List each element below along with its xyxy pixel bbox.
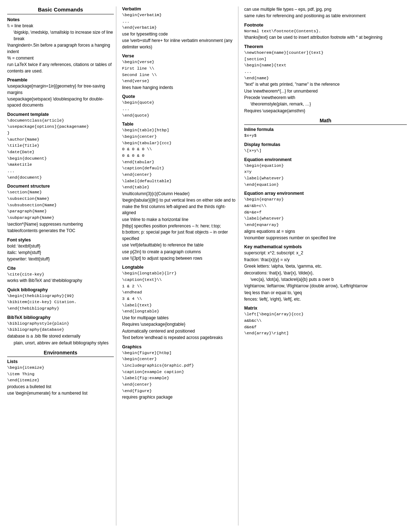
line: produces a bulleted list — [7, 384, 114, 390]
line: ... — [244, 69, 407, 75]
line: \begin{figure}[htbp] — [122, 350, 236, 356]
block-cite: Cite \cite{cite-key} works with BibTeX a… — [7, 266, 114, 284]
line: \label{whatever} — [244, 175, 407, 182]
line: \begin{center} — [122, 134, 236, 140]
line: 3 & 4 \\ — [122, 296, 236, 302]
line: \[x+y\] — [244, 148, 407, 154]
line: can use multiple file types – eps, pdf, … — [244, 6, 407, 13]
block-title-document-template: Document template — [7, 112, 114, 117]
line: \bigskip, \medskip, \smallskip to increa… — [7, 29, 114, 42]
line: % = comment — [7, 55, 114, 61]
line: \end{eqnarray} — [244, 222, 407, 228]
block-preamble: Preamble \usepackage[margin=1in]{geometr… — [7, 77, 114, 109]
page: Basic Commands Notes \\ = line break \bi… — [0, 0, 414, 532]
line: \caption{default} — [122, 165, 236, 171]
block-text-table: \begin{table}[htbp] \begin{center} \begi… — [122, 127, 236, 262]
block-text-cite: \cite{cite-key} works with BibTeX and \t… — [7, 272, 114, 284]
line: \subsubsection{Name} — [7, 202, 114, 208]
line: \left[\begin{array}{ccc} — [244, 311, 407, 317]
block-text-lists: \begin{itemize} \item Thing \end{itemize… — [7, 365, 114, 397]
line: decorations: \hat{x}, \bar{x}, \tilde{x}… — [244, 270, 407, 276]
line: \theoremstyle{plain, remark, …} — [244, 101, 407, 107]
block-title-quote: Quote — [122, 94, 236, 99]
line: \hangindent=.5in before a paragraph forc… — [7, 42, 114, 55]
line: \begin{eqnarray} — [244, 197, 407, 203]
line: $x+y$ — [244, 133, 407, 139]
block-display-formulas: Display formulas \[x+y\] — [244, 142, 407, 154]
line: \leq less than or equal to, \geq — [244, 290, 407, 296]
block-title-quick-bibliography: Quick bibliography — [7, 287, 114, 292]
line: \rightarrow, \leftarrow, \Rightarrow (do… — [244, 283, 407, 289]
block-lists: Lists \begin{itemize} \item Thing \end{i… — [7, 359, 114, 397]
line: lines have hanging indents — [122, 85, 236, 91]
block-footnote: Footnote Normal text\footnote{Contents}.… — [244, 23, 407, 41]
block-notes: Notes \\ = line break \bigskip, \medskip… — [7, 17, 114, 74]
line: \end{array}\right] — [244, 330, 407, 336]
line: requires graphicx package — [122, 394, 236, 400]
line: same rules for referencing and positioni… — [244, 13, 407, 19]
line: Second line \\ — [122, 72, 236, 78]
block-title-matrix: Matrix — [244, 306, 407, 311]
block-title-inline-formula: Inline formula — [244, 127, 407, 132]
line: database is a .bib file stored externall… — [7, 333, 114, 339]
line: \end{document} — [7, 175, 114, 181]
line: \date{Date} — [7, 149, 114, 155]
block-eqnarray: Equation array environment \begin{eqnarr… — [244, 191, 407, 241]
math-title: Math — [244, 118, 407, 125]
block-text-bibtex: \bibliographystyle{plain} \bibliography{… — [7, 321, 114, 346]
block-text-quote: \begin{quote} ... \end{quote} — [122, 100, 236, 118]
line: \label{whatever} — [244, 216, 407, 222]
line: \begin{longtable}{lrr} — [122, 270, 236, 277]
environments-title: Environments — [7, 350, 114, 357]
line: ... — [122, 106, 236, 112]
line: a&=&b+c\\ — [244, 203, 407, 209]
line: \begin{equation} — [244, 163, 407, 169]
line: \begin{quote} — [122, 100, 236, 106]
line: \usepackage{setspace} \doublespacing for… — [7, 96, 114, 109]
block-document-structure: Document structure \section{Name} \subse… — [7, 184, 114, 234]
block-title-verbatim: Verbatim — [122, 6, 236, 11]
line: \end{center} — [122, 172, 236, 178]
line: Text before \endhead is repeated across … — [122, 335, 236, 341]
block-title-longtable: Longtable — [122, 265, 236, 270]
line: \label{defaulttable} — [122, 178, 236, 184]
line: use p{2in} to create a paragraph columns — [122, 249, 236, 255]
block-title-equation: Equation environment — [244, 157, 407, 162]
line: d&=&e+f — [244, 209, 407, 216]
line: run LaTeX twice if any references, citat… — [7, 62, 114, 74]
line: 1 & 2 \\ — [122, 283, 236, 289]
block-inline-formula: Inline formula $x+y$ — [244, 127, 407, 139]
line: \cite{cite-key} — [7, 272, 114, 278]
line: \end{tabular} — [122, 159, 236, 165]
line: Requires \usepackage{longtable} — [122, 321, 236, 328]
line: works with BibTeX and \thebibliography — [7, 278, 114, 284]
block-text-verbatim: \begin{verbatim} ... \end{verbatim} use … — [122, 12, 236, 50]
line: use \verb+stuff here+ for inline verbati… — [122, 38, 236, 50]
block-text-graphics: \begin{figure}[htbp] \begin{center} \inc… — [122, 350, 236, 401]
block-text-matrix: \left[\begin{array}{ccc} a&b&c\\ d&e&f \… — [244, 311, 407, 336]
block-verse: Verse \begin{verse} First line \\ Second… — [122, 53, 236, 91]
line: Greek letters: \alpha, \beta, \gamma, et… — [244, 263, 407, 269]
line: \endhead — [122, 289, 236, 296]
column-2: Verbatim \begin{verbatim} ... \end{verba… — [120, 6, 238, 526]
line: \begin{center} — [122, 356, 236, 362]
line: \caption{example caption} — [122, 369, 236, 375]
line: d&e&f — [244, 324, 407, 330]
line: \begin{table}[htbp] — [122, 127, 236, 133]
block-document-template: Document template \documentclass{article… — [7, 112, 114, 181]
line: \section*{Name} suppresses numbering — [7, 221, 114, 227]
line: \includegraphics{Graphic.pdf} — [122, 363, 236, 369]
block-text-document-template: \documentclass{article} \usepackage[opti… — [7, 118, 114, 181]
block-text-eqnarray: \begin{eqnarray} a&=&b+c\\ d&=&e+f \labe… — [244, 197, 407, 241]
block-table: Table \begin{table}[htbp] \begin{center}… — [122, 122, 236, 262]
line: "text" is what gets printed, "name" is t… — [244, 81, 407, 88]
line: Use for multipage tables — [122, 315, 236, 321]
line: \begin{tabular}{ccc} — [122, 140, 236, 146]
block-title-verse: Verse — [122, 53, 236, 58]
line: \caption{text}\\ — [122, 277, 236, 283]
line: } — [7, 130, 114, 136]
block-text-document-structure: \section{Name} \subsection{Name} \subsub… — [7, 189, 114, 234]
block-title-graphics: Graphics — [122, 344, 236, 349]
line: 0 & 0 & 0 — [122, 153, 236, 159]
block-text-graphics-cont: can use multiple file types – eps, pdf, … — [244, 6, 407, 19]
